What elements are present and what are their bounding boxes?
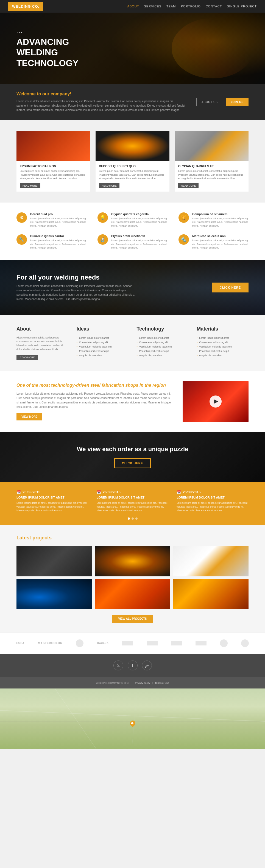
footer-bottom: WELDING COMPANY © 2015 | Privacy policy … [0,677,265,688]
nav-portfolio[interactable]: PORTFOLIO [181,5,201,8]
video-content: One of the most technology-driven steel … [17,382,171,421]
card-1-text: Lorem ipsum dolor sit amet, consectetur … [20,169,87,181]
about-col-tech-title: Technology [137,326,189,332]
feature-3-icon: 🏆 [179,212,189,223]
dot-3[interactable] [135,518,138,520]
card-3-btn[interactable]: READ MORE [178,183,199,188]
nav-services[interactable]: SERVICES [144,5,161,8]
nav-single-project[interactable]: SINGLE PROJECT [227,5,257,8]
event-3-date: 📅 26/08/2015 [177,490,248,494]
mat-item-1: •Lorem ipsum dolor sit amet [196,336,248,340]
site-header: WELDING CO. ABOUT SERVICES TEAM PORTFOLI… [0,0,265,12]
feature-6: 🔩 Marquese selectus non Lorem ipsum dolo… [179,234,248,250]
feature-2-title: Olypian quarrets et gorilla [111,212,167,216]
card-1-btn[interactable]: READ MORE [20,183,41,188]
event-1-date: 📅 26/08/2015 [17,490,88,494]
cta-button[interactable]: CLICK HERE [212,283,248,292]
twitter-icon[interactable]: 𝕏 [113,660,123,671]
view-all-btn[interactable]: VIEW ALL PROJECTS [112,615,153,623]
nav-team[interactable]: TEAM [166,5,176,8]
about-col-ideas: Ideas •Lorem ipsum dolor sit amet •Conse… [77,326,129,361]
dot-2[interactable] [132,518,134,520]
about-col-about-text: Risus elementum sagittis. Sed posuere co… [17,336,69,352]
feature-2: 💡 Olypian quarrets et gorilla Lorem ipsu… [98,212,167,228]
about-col-materials: Materials •Lorem ipsum dolor sit amet •C… [196,326,248,361]
cta-text: Lorem ipsum dolor sit amet, consectetur … [17,284,137,302]
hero-content: ... ADVANCING WELDING TECHNOLOGY [0,28,115,68]
ideas-item-4: •Phasellus port erat suscipit [77,349,129,353]
facebook-icon[interactable]: f [128,660,138,671]
tech-item-3: •Vestibulum molestie lacus em [137,344,189,349]
cards-grid: EPSUM FACTORIAL NON Lorem ipsum dolor si… [17,131,248,192]
project-5[interactable] [95,579,170,609]
welcome-section: Welcome to our company! Lorem ipsum dolo… [0,84,265,120]
partner-2: MASTERCOLOR [38,642,62,645]
partner-6 [147,641,158,646]
feature-2-icon: 💡 [98,212,108,223]
event-3-text: Lorem ipsum dolor sit amet, consectetur … [177,501,248,513]
feature-5-title: Plyclus oram ulectio fin [111,234,167,238]
project-6[interactable] [173,579,248,609]
card-2-title: DEPOSIT QUID PRO QUO [99,164,166,168]
features-section: ⚙ Doreiit quid pro Lorem ipsum dolor sit… [0,203,265,260]
logo[interactable]: WELDING CO. [8,2,43,11]
about-col-materials-title: Materials [196,326,248,332]
card-3-text: Lorem ipsum dolor sit amet, consectetur … [178,169,245,181]
feature-6-icon: 🔩 [179,234,189,245]
tech-item-2: •Consectetur adipiscing elit [137,340,189,344]
calendar-icon-1: 📅 [17,490,21,494]
map-pin[interactable] [130,720,135,728]
features-grid: ⚙ Doreiit quid pro Lorem ipsum dolor sit… [17,212,248,250]
map-section [0,688,265,749]
card-2: DEPOSIT QUID PRO QUO Lorem ipsum dolor s… [96,131,169,192]
card-3-title: OLYPIAN QUARRELS ET [178,164,245,168]
nav-about[interactable]: ABOUT [127,5,139,8]
nav-contact[interactable]: CONTACT [206,5,222,8]
dot-1[interactable] [128,518,130,520]
play-button[interactable] [210,396,221,408]
feature-3-text: Lorem ipsum dolor sit amet, consectetur … [192,217,248,228]
project-4[interactable] [17,579,92,609]
project-3[interactable] [173,546,248,577]
about-materials-list: •Lorem ipsum dolor sit amet •Consectetur… [196,336,248,358]
partner-1: FSPA [16,642,24,645]
event-2-title: LOREM IPSUM DOLOR SIT AMET [97,496,168,499]
google-plus-icon[interactable]: g+ [142,660,152,671]
project-2[interactable] [95,546,170,577]
feature-5: 🔬 Plyclus oram ulectio fin Lorem ipsum d… [98,234,167,250]
ideas-item-2: •Consectetur adipiscing elit [77,340,129,344]
puzzle-title: We view each order as a unique puzzle [77,446,188,453]
partner-10 [241,640,249,647]
about-readmore-btn[interactable]: READ MORE [17,355,38,360]
about-col-about-title: About [17,326,69,332]
about-section: About Risus elementum sagittis. Sed posu… [0,315,265,371]
cta-title: For all your welding needs [17,274,137,281]
feature-6-text: Lorem ipsum dolor sit amet, consectetur … [192,239,248,250]
partner-4: DadaJK [97,642,109,645]
card-3: OLYPIAN QUARRELS ET Lorem ipsum dolor si… [175,131,248,192]
card-1-title: EPSUM FACTORIAL NON [20,164,87,168]
event-1: 📅 26/08/2015 LOREM IPSUM DOLOR SIT AMET … [17,490,88,513]
feature-2-text: Lorem ipsum dolor sit amet, consectetur … [111,217,167,228]
cta-content: For all your welding needs Lorem ipsum d… [17,274,137,302]
event-2: 📅 26/08/2015 LOREM IPSUM DOLOR SIT AMET … [97,490,168,513]
video-more-btn[interactable]: VIEW MORE [17,413,42,421]
feature-1: ⚙ Doreiit quid pro Lorem ipsum dolor sit… [17,212,86,228]
video-thumbnail[interactable] [183,381,248,422]
puzzle-btn[interactable]: CLICK HERE [114,458,151,468]
project-1[interactable] [17,546,92,577]
card-1-image [17,131,90,161]
mat-item-5: •Magnis dis parturient [196,353,248,358]
about-us-button[interactable]: ABOUT US [196,98,223,106]
welcome-left: Welcome to our company! Lorem ipsum dolo… [17,92,185,112]
event-1-text: Lorem ipsum dolor sit amet, consectetur … [17,501,88,513]
event-2-text: Lorem ipsum dolor sit amet, consectetur … [97,501,168,513]
join-us-button[interactable]: JOIN US [226,98,248,106]
footer-privacy-link[interactable]: Privacy policy [135,682,150,684]
footer-terms-link[interactable]: Terms of use [155,682,169,684]
events-dots [17,518,248,520]
card-2-btn[interactable]: READ MORE [99,183,120,188]
projects-footer: VIEW ALL PROJECTS [17,615,248,623]
partner-3 [76,640,83,647]
hero-dots: ... [17,28,99,34]
